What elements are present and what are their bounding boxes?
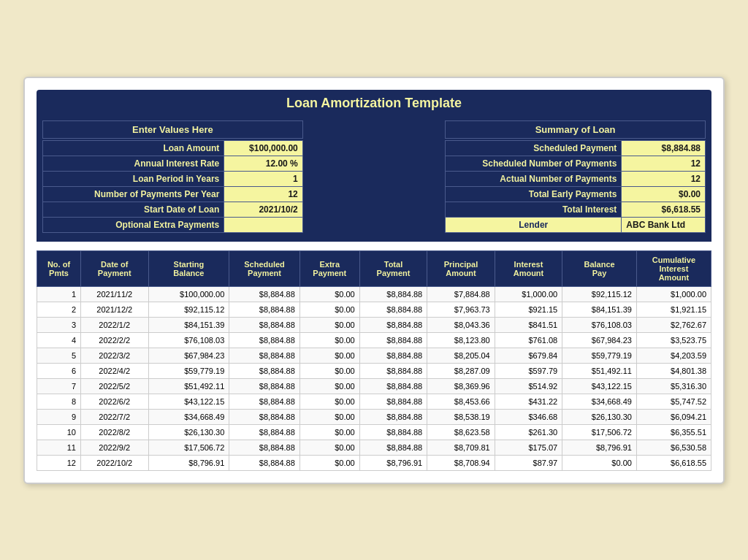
cell-interest: $761.08 (495, 332, 562, 348)
summary-section: Summary of Loan Scheduled Payment $8,884… (439, 118, 711, 236)
cell-date: 2021/11/2 (81, 286, 149, 302)
cell-num: 7 (37, 378, 81, 394)
cell-principal: $7,963.73 (427, 302, 495, 317)
cell-sched-pay: $8,884.88 (229, 332, 300, 348)
amortization-section: No. ofPmts Date ofPayment StartingBalanc… (37, 250, 711, 471)
cell-principal: $7,884.88 (427, 286, 495, 302)
amort-row: 12 2022/10/2 $8,796.91 $8,884.88 $0.00 $… (37, 455, 711, 470)
cell-balance: $84,151.39 (562, 302, 637, 317)
amort-header-row: No. ofPmts Date ofPayment StartingBalanc… (37, 250, 711, 286)
cell-num: 2 (37, 302, 81, 317)
col-header-scheduled-payment: ScheduledPayment (229, 250, 300, 286)
cell-balance: $51,492.11 (562, 363, 637, 378)
col-header-num-pmts: No. ofPmts (37, 250, 81, 286)
cell-num: 8 (37, 394, 81, 409)
summary-row-scheduled-payment: Scheduled Payment $8,884.88 (446, 140, 706, 156)
cell-start-bal: $43,122.15 (148, 394, 229, 409)
cell-interest: $841.51 (495, 317, 562, 332)
cell-extra-pay: $0.00 (299, 378, 359, 394)
label-total-early-payments: Total Early Payments (446, 186, 622, 202)
cell-total-pay: $8,884.88 (359, 317, 427, 332)
cell-sched-pay: $8,884.88 (229, 348, 300, 363)
cell-balance: $26,130.30 (562, 409, 637, 424)
cell-num: 4 (37, 332, 81, 348)
cell-num: 3 (37, 317, 81, 332)
cell-total-pay: $8,884.88 (359, 348, 427, 363)
cell-total-pay: $8,884.88 (359, 302, 427, 317)
cell-start-bal: $34,668.49 (148, 409, 229, 424)
top-section: Enter Values Here Loan Amount $100,000.0… (37, 117, 711, 242)
cell-interest: $514.92 (495, 378, 562, 394)
value-start-date[interactable]: 2021/10/2 (224, 202, 303, 217)
col-header-interest-amount: InterestAmount (495, 250, 562, 286)
cell-interest: $346.68 (495, 409, 562, 424)
cell-start-bal: $8,796.91 (148, 455, 229, 470)
summary-row-scheduled-num-payments: Scheduled Number of Payments 12 (446, 156, 706, 171)
summary-row-lender: Lender ABC Bank Ltd (446, 217, 706, 232)
cell-cum-interest: $6,530.58 (636, 440, 711, 455)
summary-row-total-early-payments: Total Early Payments $0.00 (446, 186, 706, 202)
cell-date: 2022/1/2 (81, 317, 149, 332)
cell-principal: $8,287.09 (427, 363, 495, 378)
cell-balance: $59,779.19 (562, 348, 637, 363)
cell-cum-interest: $5,316.30 (636, 378, 711, 394)
cell-balance: $0.00 (562, 455, 637, 470)
label-interest-rate: Annual Interest Rate (43, 156, 224, 171)
input-row-payments-per-year: Number of Payments Per Year 12 (43, 186, 303, 202)
cell-principal: $8,708.94 (427, 455, 495, 470)
cell-date: 2022/9/2 (81, 440, 149, 455)
cell-cum-interest: $2,762.67 (636, 317, 711, 332)
value-interest-rate[interactable]: 12.00 % (224, 156, 303, 171)
label-extra-payments: Optional Extra Payments (43, 217, 224, 232)
label-lender: Lender (446, 217, 622, 232)
cell-interest: $175.07 (495, 440, 562, 455)
cell-principal: $8,369.96 (427, 378, 495, 394)
value-loan-period[interactable]: 1 (224, 171, 303, 186)
value-actual-num-payments: 12 (622, 171, 706, 186)
cell-num: 11 (37, 440, 81, 455)
cell-start-bal: $92,115.12 (148, 302, 229, 317)
cell-total-pay: $8,884.88 (359, 286, 427, 302)
cell-principal: $8,453.66 (427, 394, 495, 409)
cell-start-bal: $26,130.30 (148, 424, 229, 440)
amort-row: 11 2022/9/2 $17,506.72 $8,884.88 $0.00 $… (37, 440, 711, 455)
cell-extra-pay: $0.00 (299, 348, 359, 363)
cell-extra-pay: $0.00 (299, 286, 359, 302)
cell-cum-interest: $4,801.38 (636, 363, 711, 378)
cell-start-bal: $51,492.11 (148, 378, 229, 394)
label-loan-amount: Loan Amount (43, 140, 224, 156)
cell-cum-interest: $3,523.75 (636, 332, 711, 348)
cell-cum-interest: $4,203.59 (636, 348, 711, 363)
label-scheduled-payment: Scheduled Payment (446, 140, 622, 156)
value-extra-payments[interactable] (224, 217, 303, 232)
cell-start-bal: $100,000.00 (148, 286, 229, 302)
cell-date: 2022/10/2 (81, 455, 149, 470)
cell-balance: $92,115.12 (562, 286, 637, 302)
input-section: Enter Values Here Loan Amount $100,000.0… (37, 118, 309, 236)
cell-total-pay: $8,884.88 (359, 378, 427, 394)
cell-sched-pay: $8,884.88 (229, 317, 300, 332)
value-payments-per-year[interactable]: 12 (224, 186, 303, 202)
cell-date: 2022/8/2 (81, 424, 149, 440)
cell-num: 6 (37, 363, 81, 378)
input-row-loan-amount: Loan Amount $100,000.00 (43, 140, 303, 156)
cell-date: 2022/7/2 (81, 409, 149, 424)
cell-extra-pay: $0.00 (299, 455, 359, 470)
cell-date: 2022/2/2 (81, 332, 149, 348)
cell-total-pay: $8,884.88 (359, 394, 427, 409)
cell-interest: $261.30 (495, 424, 562, 440)
cell-total-pay: $8,884.88 (359, 440, 427, 455)
col-header-cumulative-interest: CumulativeInterestAmount (636, 250, 711, 286)
cell-interest: $431.22 (495, 394, 562, 409)
value-loan-amount[interactable]: $100,000.00 (224, 140, 303, 156)
cell-extra-pay: $0.00 (299, 409, 359, 424)
cell-balance: $76,108.03 (562, 317, 637, 332)
summary-form-table: Scheduled Payment $8,884.88 Scheduled Nu… (445, 140, 706, 233)
main-card: Loan Amortization Template Enter Values … (23, 77, 725, 484)
amort-row: 8 2022/6/2 $43,122.15 $8,884.88 $0.00 $8… (37, 394, 711, 409)
cell-num: 10 (37, 424, 81, 440)
cell-date: 2022/4/2 (81, 363, 149, 378)
label-payments-per-year: Number of Payments Per Year (43, 186, 224, 202)
cell-sched-pay: $8,884.88 (229, 455, 300, 470)
amort-row: 5 2022/3/2 $67,984.23 $8,884.88 $0.00 $8… (37, 348, 711, 363)
